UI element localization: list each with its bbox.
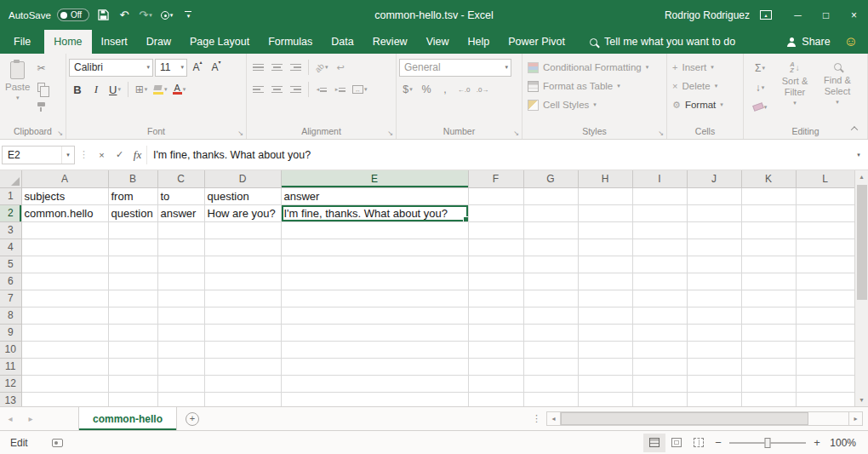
cell-J10[interactable]	[687, 341, 741, 358]
cell-A13[interactable]	[21, 392, 108, 406]
cell-F1[interactable]	[468, 187, 523, 204]
cell-I5[interactable]	[632, 256, 687, 273]
cell-C11[interactable]	[157, 358, 204, 375]
cell-C10[interactable]	[157, 341, 204, 358]
formula-bar-handle[interactable]: ⋮	[75, 149, 93, 160]
cell-E11[interactable]	[281, 358, 468, 375]
zoom-slider[interactable]	[729, 442, 806, 444]
cell-F9[interactable]	[468, 324, 523, 341]
cell-H11[interactable]	[578, 358, 632, 375]
percent-format-button[interactable]: %	[418, 81, 435, 99]
font-color-button[interactable]: A▾	[171, 81, 188, 99]
format-cells-button[interactable]: ⚙ Format ▾	[670, 95, 740, 114]
tab-page-layout[interactable]: Page Layout	[180, 30, 259, 54]
cell-G8[interactable]	[523, 307, 578, 324]
sort-filter-button[interactable]: AZ↓ Sort & Filter ▾	[774, 56, 816, 125]
cell-C3[interactable]	[157, 221, 204, 238]
cell-G3[interactable]	[523, 221, 578, 238]
cell-K5[interactable]	[741, 256, 796, 273]
cell-C4[interactable]	[157, 238, 204, 256]
cell-G13[interactable]	[523, 392, 578, 406]
cell-I11[interactable]	[632, 358, 687, 375]
cell-K10[interactable]	[741, 341, 796, 358]
cell-A8[interactable]	[21, 307, 108, 324]
row-header-5[interactable]: 5	[0, 256, 21, 273]
row-header-4[interactable]: 4	[0, 238, 21, 256]
column-header-C[interactable]: C	[157, 170, 204, 187]
cell-D3[interactable]	[204, 221, 281, 238]
cell-styles-button[interactable]: Cell Styles ▾	[525, 95, 664, 114]
touch-mode-button[interactable]: ▾	[159, 5, 174, 26]
collapse-ribbon-button[interactable]	[848, 123, 861, 135]
cell-J6[interactable]	[687, 273, 741, 290]
row-header-2[interactable]: 2	[0, 204, 21, 221]
delete-cells-button[interactable]: × Delete ▾	[670, 77, 740, 95]
cell-L8[interactable]	[796, 307, 854, 324]
cell-H10[interactable]	[578, 341, 632, 358]
cell-E2[interactable]: I'm fine, thanks. What about you?	[281, 204, 468, 221]
decrease-decimal-button[interactable]: .0→	[474, 81, 491, 99]
cell-K3[interactable]	[741, 221, 796, 238]
cell-G12[interactable]	[523, 375, 578, 392]
cell-K7[interactable]	[741, 290, 796, 307]
cell-I1[interactable]	[632, 187, 687, 204]
tab-formulas[interactable]: Formulas	[259, 30, 322, 54]
cell-E6[interactable]	[281, 273, 468, 290]
cell-B7[interactable]	[108, 290, 157, 307]
cell-B12[interactable]	[108, 375, 157, 392]
cell-C9[interactable]	[157, 324, 204, 341]
format-as-table-button[interactable]: Format as Table ▾	[525, 77, 664, 95]
cell-L12[interactable]	[796, 375, 854, 392]
cell-F10[interactable]	[468, 341, 523, 358]
save-button[interactable]	[95, 5, 111, 26]
cell-H7[interactable]	[578, 290, 632, 307]
insert-cells-button[interactable]: + Insert ▾	[670, 58, 740, 77]
cell-G7[interactable]	[523, 290, 578, 307]
cell-G6[interactable]	[523, 273, 578, 290]
cell-A9[interactable]	[21, 324, 108, 341]
cell-J1[interactable]	[687, 187, 741, 204]
row-header-7[interactable]: 7	[0, 290, 21, 307]
cell-I13[interactable]	[632, 392, 687, 406]
italic-button[interactable]: I	[88, 81, 105, 99]
cell-A5[interactable]	[21, 256, 108, 273]
cell-K1[interactable]	[741, 187, 796, 204]
cell-C12[interactable]	[157, 375, 204, 392]
cell-C7[interactable]	[157, 290, 204, 307]
cell-A2[interactable]: common.hello	[21, 204, 108, 221]
cell-G9[interactable]	[523, 324, 578, 341]
cell-C2[interactable]: answer	[157, 204, 204, 221]
cell-H5[interactable]	[578, 256, 632, 273]
cell-H13[interactable]	[578, 392, 632, 406]
autosum-button[interactable]: Σ▾	[746, 59, 774, 77]
vscroll-up-button[interactable]: ▴	[855, 170, 868, 183]
orientation-button[interactable]: ab▾	[313, 59, 330, 77]
cell-J13[interactable]	[687, 392, 741, 406]
styles-dialog-launcher[interactable]: ↘	[658, 129, 664, 137]
column-header-A[interactable]: A	[21, 170, 108, 187]
cell-K13[interactable]	[741, 392, 796, 406]
cell-L6[interactable]	[796, 273, 854, 290]
zoom-out-button[interactable]: −	[710, 436, 727, 449]
cell-J11[interactable]	[687, 358, 741, 375]
cell-H6[interactable]	[578, 273, 632, 290]
cell-D9[interactable]	[204, 324, 281, 341]
increase-indent-button[interactable]: ▸	[332, 81, 349, 99]
cell-L4[interactable]	[796, 238, 854, 256]
number-dialog-launcher[interactable]: ↘	[513, 129, 519, 137]
hscroll-right-button[interactable]: ▸	[848, 411, 863, 426]
tab-draw[interactable]: Draw	[137, 30, 180, 54]
cell-B4[interactable]	[108, 238, 157, 256]
fill-color-button[interactable]: ▾	[151, 81, 169, 99]
cell-I3[interactable]	[632, 221, 687, 238]
cell-B5[interactable]	[108, 256, 157, 273]
column-header-K[interactable]: K	[741, 170, 796, 187]
row-header-10[interactable]: 10	[0, 341, 21, 358]
column-header-J[interactable]: J	[687, 170, 741, 187]
cancel-button[interactable]: ×	[93, 146, 111, 164]
zoom-slider-thumb[interactable]	[765, 438, 771, 448]
sheet-tab-common-hello[interactable]: common-hello	[78, 407, 177, 430]
vscroll-thumb[interactable]	[857, 185, 867, 300]
select-all-button[interactable]	[0, 170, 21, 187]
tab-home[interactable]: Home	[44, 30, 91, 54]
